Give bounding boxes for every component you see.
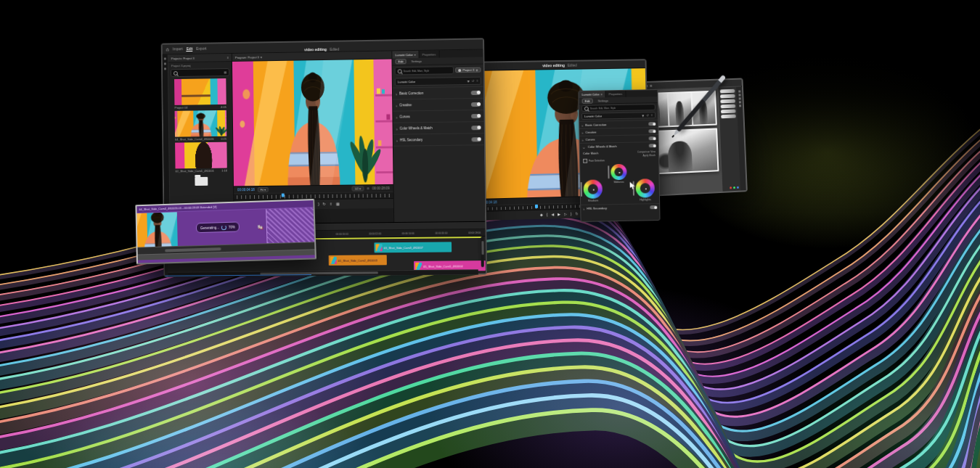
- bin-search-input[interactable]: ▦: [171, 68, 229, 77]
- section-toggle[interactable]: [471, 102, 481, 106]
- rail-icon[interactable]: [164, 62, 166, 65]
- search-input[interactable]: Search: Edit, More, Style: [581, 104, 656, 112]
- section-creative[interactable]: ›Creative: [393, 98, 483, 111]
- folder-icon[interactable]: [195, 177, 208, 186]
- playhead-timecode: 00:00:04:18: [237, 188, 255, 192]
- bin-item[interactable]: 04_Shot_Side_Cam4_4K0020 0:21: [175, 110, 227, 141]
- tab-properties[interactable]: Properties: [606, 91, 626, 97]
- project-bin-panel: Projects: Project 3≡ Project 3.prproj ▦ …: [168, 54, 234, 225]
- section-toggle[interactable]: [648, 129, 656, 133]
- bin-item[interactable]: 02_Shot_Side_Cam1_4K0001 1:18: [175, 142, 227, 173]
- project-chip[interactable]: Project 3▾: [455, 67, 481, 73]
- brush-stroke-swatch[interactable]: [720, 94, 735, 99]
- loop-icon[interactable]: ↻: [323, 202, 326, 206]
- swatch-blue[interactable]: [737, 186, 739, 189]
- swatch-green[interactable]: [733, 186, 735, 189]
- section-hsl-secondary[interactable]: ›HSL Secondary: [581, 203, 659, 212]
- workspace-export[interactable]: Export: [196, 46, 206, 52]
- settings-wrench-icon[interactable]: ⚙: [367, 186, 369, 190]
- brush-stroke-swatch[interactable]: [720, 89, 735, 94]
- brush-stroke-swatch[interactable]: [720, 99, 735, 104]
- primary-action-button[interactable]: [728, 81, 739, 85]
- section-toggle[interactable]: [471, 137, 481, 141]
- edge-icon[interactable]: [738, 94, 740, 96]
- section-toggle[interactable]: [649, 144, 656, 147]
- reset-icon[interactable]: ↺: [472, 79, 474, 83]
- tab-properties[interactable]: Properties: [420, 50, 440, 57]
- section-basic-correction[interactable]: ›Basic Correction: [393, 86, 483, 99]
- menu-icon[interactable]: ≡: [651, 113, 653, 117]
- tool-icon[interactable]: [650, 85, 652, 87]
- section-toggle[interactable]: [648, 122, 656, 126]
- section-color-wheels[interactable]: ›Color Wheels & Match: [393, 121, 484, 134]
- subtab-settings[interactable]: Settings: [595, 98, 612, 103]
- mark-in-icon[interactable]: {: [547, 213, 548, 216]
- filter-icon[interactable]: ▦: [224, 70, 226, 74]
- generating-progress-pill: Generating... 70%: [196, 221, 240, 233]
- marketing-hero: video editing Edited 00:00:04:18 ◆ { ◀ ▶…: [0, 0, 980, 468]
- face-detection-checkbox[interactable]: [583, 159, 587, 163]
- swatch-red[interactable]: [730, 186, 732, 189]
- brush-stroke-swatch[interactable]: [721, 104, 736, 109]
- timeline-vertical-scrollbar[interactable]: [481, 237, 484, 267]
- fit-dropdown[interactable]: Fit ▾: [258, 187, 269, 192]
- clip-thumbnail: [415, 263, 422, 270]
- lumetri-search-input[interactable]: Search: Edit, More, Style: [395, 66, 454, 75]
- brush-stroke-swatch[interactable]: [721, 115, 736, 119]
- section-toggle[interactable]: [471, 114, 481, 118]
- step-forward-icon[interactable]: ▷: [564, 212, 567, 215]
- loop-icon[interactable]: ↻: [575, 212, 578, 215]
- export-frame-icon[interactable]: ▦: [336, 202, 340, 206]
- shadows-slider[interactable]: [581, 182, 582, 197]
- timeline-clip[interactable]: 01_Shot_Side_Cam2_4K0003: [329, 255, 387, 266]
- preset-dropdown[interactable]: Lumetri Color ▾ ↺ ≡: [395, 77, 481, 86]
- rail-icon[interactable]: [164, 57, 166, 59]
- edge-icon[interactable]: [739, 104, 741, 107]
- section-toggle[interactable]: [471, 126, 481, 130]
- brush-stroke-swatch[interactable]: [721, 110, 736, 114]
- step-back-icon[interactable]: ◀: [551, 213, 554, 216]
- section-toggle[interactable]: [649, 136, 656, 140]
- section-toggle[interactable]: [471, 90, 481, 94]
- lift-icon[interactable]: ⇧: [330, 202, 332, 206]
- mark-out-icon[interactable]: }: [318, 202, 319, 206]
- workspace-import[interactable]: Import: [173, 46, 183, 52]
- add-marker-icon[interactable]: ◆: [540, 213, 543, 216]
- color-match-label: Color Match: [583, 151, 599, 157]
- subtab-edit[interactable]: Edit: [395, 59, 406, 64]
- midtones-slider[interactable]: [608, 165, 609, 178]
- workspace-edit[interactable]: Edit: [187, 46, 193, 52]
- play-icon[interactable]: ▶: [558, 213, 560, 216]
- section-hsl-secondary[interactable]: ›HSL Secondary: [393, 133, 484, 146]
- edge-icon[interactable]: [738, 101, 740, 103]
- highlights-wheel[interactable]: [636, 178, 655, 197]
- section-toggle[interactable]: [650, 205, 657, 209]
- search-icon: [398, 69, 402, 73]
- progress-percent: 70%: [229, 225, 235, 229]
- midtones-wheel[interactable]: [611, 164, 626, 180]
- extended-region-hatch: [266, 208, 314, 243]
- preset-dropdown[interactable]: Lumetri Color ▾ ↺ ≡: [581, 112, 656, 120]
- reset-icon[interactable]: ↺: [646, 113, 648, 117]
- mark-out-icon[interactable]: }: [571, 212, 572, 215]
- section-curves[interactable]: ›Curves: [393, 110, 483, 123]
- clip-thumbnail: [375, 244, 382, 251]
- shadows-wheel[interactable]: [584, 179, 603, 198]
- tab-lumetri-color[interactable]: Lumetri Color×: [392, 51, 420, 59]
- tab-lumetri-color[interactable]: Lumetri Color×: [579, 91, 606, 98]
- duration-timecode: 00:00:28:09: [372, 186, 390, 190]
- apply-match-button[interactable]: Apply Match: [642, 154, 656, 157]
- generating-label: Generating...: [200, 226, 219, 230]
- home-icon[interactable]: ⌂: [166, 46, 169, 52]
- edge-icon[interactable]: [738, 90, 740, 92]
- extend-clip-body[interactable]: Generating... 70% ↹: [177, 208, 314, 246]
- zoom-dropdown[interactable]: 1/2 ▾: [351, 186, 364, 191]
- subtab-edit[interactable]: Edit: [582, 98, 593, 103]
- bin-item[interactable]: Project 04 4:05: [174, 78, 226, 110]
- lumetri-color-panel: Lumetri Color× Properties Edit Settings …: [391, 49, 485, 223]
- edge-icon[interactable]: [738, 97, 740, 99]
- timeline-clip[interactable]: 03_Shot_Side_Cam3_4K0007: [374, 242, 452, 253]
- subtab-settings[interactable]: Settings: [408, 59, 425, 64]
- rail-icon[interactable]: [164, 67, 166, 70]
- menu-icon[interactable]: ≡: [476, 79, 478, 83]
